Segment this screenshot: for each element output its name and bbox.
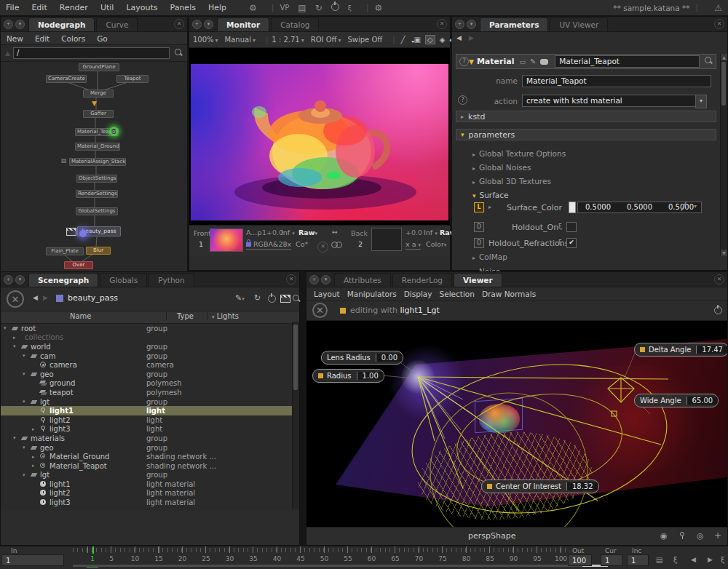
tree-row-materials[interactable]: ▾materialsgroup: [1, 434, 299, 443]
scrollbar[interactable]: ▲ ▼: [720, 54, 727, 256]
tree-row-world[interactable]: ▾worldgroup: [1, 342, 299, 351]
expander-icon[interactable]: ▸: [32, 454, 39, 460]
global-3d-section[interactable]: ▸Global 3D Textures: [472, 177, 551, 186]
refresh-icon[interactable]: ↻: [254, 293, 261, 303]
tab-catalog[interactable]: Catalog: [271, 17, 319, 31]
tab-monitor[interactable]: Monitor: [217, 17, 269, 31]
back-color-select[interactable]: Color▾: [426, 240, 446, 248]
node-rendersettings[interactable]: RenderSettings: [76, 190, 118, 198]
tab-python[interactable]: Python: [149, 273, 194, 287]
node-teapot[interactable]: Teapot: [116, 75, 149, 83]
tree-row-light2[interactable]: light2light: [1, 415, 299, 425]
curve-toggle-icon[interactable]: ξ: [558, 223, 562, 230]
holdout-refractions-checkbox[interactable]: ✔: [566, 238, 577, 248]
help-icon[interactable]: ?: [459, 57, 469, 66]
dropdown-arrow-icon[interactable]: ▾: [695, 95, 707, 108]
compare-mode-icon[interactable]: ◇: [425, 35, 435, 44]
tab-globals[interactable]: Globals: [100, 273, 147, 287]
pane-menu-icon[interactable]: ▾: [467, 20, 476, 29]
ng-menu-go[interactable]: Go: [97, 34, 108, 43]
close-icon[interactable]: ✕: [714, 274, 724, 284]
scroll-thumb[interactable]: [721, 62, 726, 106]
power-icon[interactable]: [714, 306, 722, 317]
tree-row-Material_Ground[interactable]: ▸Material_Groundshading network ...: [1, 452, 299, 461]
menu-util[interactable]: Util: [100, 3, 114, 12]
node-cameracreate[interactable]: CameraCreate: [46, 75, 87, 83]
tab-nodegraph[interactable]: Nodegraph: [28, 17, 95, 31]
menu-help[interactable]: Help: [208, 3, 226, 12]
mode-select[interactable]: Manual▾: [225, 36, 256, 44]
default-badge[interactable]: D: [474, 222, 484, 232]
back-inf-select[interactable]: Inf ▾: [424, 228, 438, 236]
node-objectsettings[interactable]: ObjectSettings: [76, 175, 117, 183]
global-noises-section[interactable]: ▸Global Noises: [472, 163, 531, 172]
pane-menu-icon[interactable]: ▾: [321, 275, 331, 284]
back-exposure[interactable]: +0.0: [405, 228, 422, 236]
tree-row-camera[interactable]: cameracamera: [1, 360, 299, 370]
step-back-icon[interactable]: ◀: [691, 556, 696, 563]
help-icon[interactable]: ?: [458, 95, 467, 105]
swipe-toggle[interactable]: Swipe Off: [347, 36, 382, 44]
menu-render[interactable]: Render: [60, 3, 88, 12]
expander-icon[interactable]: ▸: [32, 426, 39, 432]
scroll-thumb[interactable]: [293, 325, 298, 390]
expander-icon[interactable]: ▸: [13, 335, 20, 341]
tab-curve[interactable]: Curve: [96, 17, 138, 31]
lens-radius-value[interactable]: 0.00: [376, 354, 403, 362]
radius-manipulator[interactable]: Radius 1.00: [312, 369, 384, 383]
tree-row-ground[interactable]: groundpolymesh: [1, 379, 299, 389]
clapper-icon[interactable]: ⚙︎: [375, 3, 383, 13]
view-flag-icon[interactable]: ▼: [92, 100, 97, 107]
tab-parameters[interactable]: Parameters: [480, 17, 548, 31]
inc-field[interactable]: 1: [627, 554, 649, 566]
expander-icon[interactable]: ▾: [13, 343, 20, 349]
node-blur[interactable]: Blur: [86, 247, 111, 255]
surface-section[interactable]: ▾Surface: [472, 191, 509, 199]
scroll-up-icon[interactable]: ▲: [721, 54, 727, 60]
menu-panels[interactable]: Panels: [170, 3, 196, 12]
global-texture-section[interactable]: ▸Global Texture Options: [472, 149, 566, 158]
link-icon[interactable]: [331, 242, 343, 247]
eyedropper-icon[interactable]: ╱: [681, 202, 687, 211]
chevron-down-icon[interactable]: ▾: [694, 203, 697, 210]
menu-display[interactable]: Display: [404, 290, 432, 298]
tree-row-light3[interactable]: ▸light3light: [1, 425, 299, 434]
key-forward-icon[interactable]: ξ: [721, 556, 725, 564]
comment-icon[interactable]: [540, 59, 548, 65]
clear-context-icon[interactable]: ✕: [7, 290, 24, 308]
tree-row-teapot[interactable]: teapotpolymesh: [1, 388, 299, 397]
tree-row-light3[interactable]: light3light material: [1, 498, 299, 507]
node-groundplane[interactable]: GroundPlane: [79, 63, 119, 71]
pane-menu-icon[interactable]: ▾: [15, 275, 25, 284]
tree-row-Material_Teapot[interactable]: ▸Material_Teapotshading network ...: [1, 461, 299, 471]
layers-icon[interactable]: ▣: [414, 36, 421, 44]
wide-angle-manipulator[interactable]: Wide Angle 65.00: [634, 394, 719, 407]
node-over[interactable]: Over: [64, 261, 93, 269]
back-arrow-icon[interactable]: ◀: [456, 34, 462, 41]
scroll-down-icon[interactable]: ▼: [721, 250, 727, 256]
tab-renderlog[interactable]: RenderLog: [392, 273, 452, 287]
tab-uv-viewer[interactable]: UV Viewer: [550, 17, 608, 31]
expander-icon[interactable]: ▾: [23, 371, 30, 377]
expander-icon[interactable]: ▾: [23, 472, 30, 478]
power-icon[interactable]: [268, 295, 276, 305]
colmap-section[interactable]: ▸ColMap: [472, 252, 507, 261]
node-search-input[interactable]: /: [13, 47, 170, 59]
playhead[interactable]: [92, 546, 94, 554]
pane-menu-icon[interactable]: ▾: [204, 20, 213, 29]
zoom-select[interactable]: 100%▾: [193, 36, 218, 44]
node-name-input[interactable]: Material_Teapot: [555, 55, 700, 68]
action-dropdown[interactable]: create with kstd material: [522, 95, 703, 107]
menu-file[interactable]: File: [6, 3, 19, 12]
close-icon[interactable]: ✕: [174, 19, 184, 29]
step-forward-icon[interactable]: ▶: [708, 556, 713, 563]
close-icon[interactable]: ✕: [714, 19, 724, 29]
menu-edit[interactable]: Edit: [31, 3, 47, 12]
node-merge[interactable]: Merge: [83, 89, 114, 98]
search-icon[interactable]: [292, 294, 301, 305]
aperture-icon[interactable]: ◎: [697, 531, 704, 541]
radius-value[interactable]: 1.00: [357, 372, 384, 380]
hook-icon[interactable]: ξ: [348, 4, 352, 12]
eye-icon[interactable]: ◉: [660, 531, 668, 541]
tab-viewer[interactable]: Viewer: [454, 273, 502, 287]
